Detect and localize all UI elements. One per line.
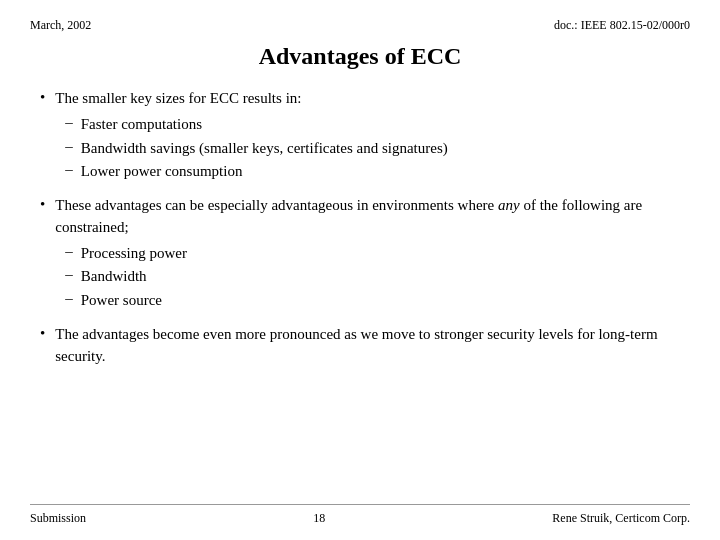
sub-item-1-2: – Bandwidth savings (smaller keys, certi… [65, 138, 447, 160]
footer-left: Submission [30, 511, 86, 526]
sub-text-2-1: Processing power [81, 243, 187, 265]
sub-item-2-1: – Processing power [65, 243, 680, 265]
dash-2-3: – [65, 290, 73, 307]
dash-1-2: – [65, 138, 73, 155]
bullet-1-content: The smaller key sizes for ECC results in… [55, 88, 447, 185]
bullet-3-content: The advantages become even more pronounc… [55, 324, 680, 368]
sub-text-1-1: Faster computations [81, 114, 202, 136]
dash-2-2: – [65, 266, 73, 283]
header-left: March, 2002 [30, 18, 91, 33]
sub-item-1-3: – Lower power consumption [65, 161, 447, 183]
header: March, 2002 doc.: IEEE 802.15-02/000r0 [30, 18, 690, 33]
dash-1-1: – [65, 114, 73, 131]
header-right: doc.: IEEE 802.15-02/000r0 [554, 18, 690, 33]
bullet-1: • The smaller key sizes for ECC results … [40, 88, 680, 185]
bullet-1-subitems: – Faster computations – Bandwidth saving… [65, 114, 447, 183]
sub-text-1-3: Lower power consumption [81, 161, 243, 183]
sub-item-2-3: – Power source [65, 290, 680, 312]
bullet-dot-3: • [40, 325, 45, 342]
slide: March, 2002 doc.: IEEE 802.15-02/000r0 A… [0, 0, 720, 540]
dash-2-1: – [65, 243, 73, 260]
bullet-1-text: The smaller key sizes for ECC results in… [55, 90, 301, 106]
bullet-2-subitems: – Processing power – Bandwidth – Power s… [65, 243, 680, 312]
dash-1-3: – [65, 161, 73, 178]
sub-item-1-1: – Faster computations [65, 114, 447, 136]
content: • The smaller key sizes for ECC results … [30, 88, 690, 504]
bullet-3: • The advantages become even more pronou… [40, 324, 680, 368]
sub-item-2-2: – Bandwidth [65, 266, 680, 288]
bullet-dot-2: • [40, 196, 45, 213]
sub-text-1-2: Bandwidth savings (smaller keys, certifi… [81, 138, 448, 160]
bullet-2-italic: any [498, 197, 520, 213]
bullet-2: • These advantages can be especially adv… [40, 195, 680, 314]
bullet-3-text: The advantages become even more pronounc… [55, 326, 657, 364]
footer: Submission 18 Rene Struik, Certicom Corp… [30, 504, 690, 526]
sub-text-2-3: Power source [81, 290, 162, 312]
footer-right: Rene Struik, Certicom Corp. [552, 511, 690, 526]
slide-title: Advantages of ECC [30, 43, 690, 70]
bullet-2-text: These advantages can be especially advan… [55, 197, 642, 235]
footer-center: 18 [313, 511, 325, 526]
sub-text-2-2: Bandwidth [81, 266, 147, 288]
bullet-2-text-before: These advantages can be especially advan… [55, 197, 498, 213]
bullet-dot-1: • [40, 89, 45, 106]
bullet-2-content: These advantages can be especially advan… [55, 195, 680, 314]
